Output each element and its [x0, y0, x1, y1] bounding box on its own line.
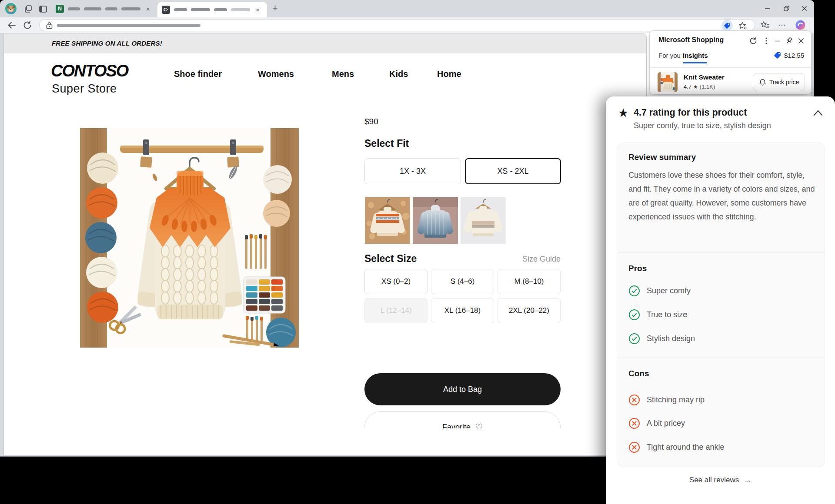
pro-item: True to size — [628, 308, 687, 322]
nav-shoe-finder[interactable]: Shoe finder — [174, 69, 222, 79]
lock-icon[interactable] — [45, 21, 53, 30]
add-favorite-icon[interactable] — [738, 21, 747, 30]
shopping-product-thumbnail[interactable] — [658, 72, 678, 92]
tab-title-placeholder — [121, 7, 140, 10]
size-label: XS (0–2) — [381, 277, 411, 286]
con-item: Tight around the ankle — [628, 440, 724, 454]
nav-home[interactable]: Home — [437, 69, 461, 79]
tab-close-icon[interactable]: × — [146, 6, 150, 12]
profile-avatar[interactable] — [5, 3, 17, 14]
window-minimize-button[interactable] — [758, 3, 776, 14]
shopping-tab-for-you[interactable]: For you — [658, 52, 681, 59]
nav-mens[interactable]: Mens — [332, 69, 354, 79]
tab-actions-icon[interactable] — [38, 4, 48, 14]
tab-title-placeholder — [231, 8, 250, 11]
product-price: $90 — [364, 117, 378, 126]
nav-womens[interactable]: Womens — [258, 69, 294, 79]
select-size-heading: Select Size — [364, 253, 417, 265]
store-page-frame: FREE SHIPPING ON ALL ORDERS! CONTOSO Sup… — [3, 33, 647, 455]
fit-option-1x-3x[interactable]: 1X - 3X — [364, 158, 461, 184]
shopping-tag-icon — [724, 22, 731, 29]
track-price-label: Track price — [769, 79, 799, 86]
size-option-2xl[interactable]: 2XL (20–22) — [498, 298, 561, 323]
arrow-right-icon: → — [743, 475, 752, 485]
x-circle-icon — [628, 441, 640, 453]
x-circle-icon — [628, 394, 640, 406]
con-item: Stitching may rip — [628, 393, 705, 407]
settings-ellipsis-icon[interactable]: … — [778, 18, 787, 27]
card-divider — [618, 358, 825, 358]
shopping-pin-icon[interactable] — [785, 36, 793, 45]
cashback-tag-icon — [774, 51, 782, 59]
fit-option-label: XS - 2XL — [497, 167, 528, 176]
shopping-close-icon[interactable] — [797, 36, 805, 45]
colorway-thumbnail-blue[interactable] — [413, 197, 458, 244]
size-label: XL (16–18) — [444, 306, 481, 315]
size-option-m[interactable]: M (8–10) — [498, 269, 561, 294]
product-hero-image — [80, 128, 299, 348]
favorites-hub-icon[interactable] — [760, 20, 770, 30]
tab-title-placeholder — [174, 8, 187, 11]
colorway-thumbnail-cream[interactable] — [461, 197, 506, 244]
workspaces-icon[interactable] — [23, 4, 33, 14]
bell-icon — [759, 79, 766, 86]
shopping-product-rating: 4.7 ★ (1.1K) — [684, 83, 715, 90]
size-label: M (8–10) — [514, 277, 544, 286]
check-circle-icon — [628, 309, 640, 321]
browser-tab-active[interactable]: C· × — [157, 2, 267, 17]
shopping-product-name: Knit Sweater — [684, 73, 725, 81]
track-price-button[interactable]: Track price — [753, 73, 805, 91]
collapse-chevron-icon[interactable] — [813, 109, 823, 117]
promo-banner: FREE SHIPPING ON ALL ORDERS! — [4, 33, 646, 53]
nav-kids[interactable]: Kids — [389, 69, 408, 79]
tab-close-icon[interactable]: × — [256, 7, 260, 13]
favorite-button[interactable]: Favorite ♡ — [364, 411, 561, 428]
select-fit-heading: Select Fit — [364, 138, 409, 149]
rating-star-icon: ★ — [693, 84, 698, 90]
size-option-xs[interactable]: XS (0–2) — [364, 269, 428, 294]
new-tab-button[interactable]: + — [272, 3, 278, 14]
con-label: Stitching may rip — [647, 395, 705, 405]
shopping-more-icon[interactable] — [762, 36, 771, 45]
pro-item: Super comfy — [628, 284, 691, 298]
size-guide-link[interactable]: Size Guide — [482, 255, 561, 264]
size-option-s[interactable]: S (4–6) — [431, 269, 494, 294]
colorway-thumbnail-fairisle[interactable] — [365, 197, 410, 244]
review-insights-panel: ★ 4.7 rating for this product Super comf… — [606, 96, 835, 504]
shopping-tag-button[interactable] — [721, 20, 733, 31]
con-item: A bit pricey — [628, 416, 685, 430]
favorite-label: Favorite — [442, 423, 471, 429]
promo-banner-text: FREE SHIPPING ON ALL ORDERS! — [52, 40, 162, 47]
review-count: (1.1K) — [700, 83, 715, 90]
brand-logo[interactable]: CONTOSO — [51, 61, 128, 80]
size-option-xl[interactable]: XL (16–18) — [431, 298, 494, 323]
cashback-amount[interactable]: $12.55 — [774, 51, 804, 59]
review-summary-card: Review summary Customers love these shoe… — [618, 143, 825, 467]
see-all-reviews-link[interactable]: See all reviews → — [606, 475, 835, 485]
shopping-panel-title: Microsoft Shopping — [658, 36, 724, 44]
window-restore-button[interactable] — [778, 3, 795, 14]
favorite-button-clipped: Favorite ♡ — [364, 411, 561, 428]
tab-title-placeholder — [214, 8, 227, 11]
x-circle-icon — [628, 418, 640, 429]
address-bar[interactable] — [39, 19, 755, 31]
window-close-button[interactable] — [795, 3, 813, 14]
brand-tagline: Super Store — [52, 82, 117, 96]
cons-heading: Cons — [628, 369, 649, 378]
add-to-bag-button[interactable]: Add to Bag — [364, 373, 561, 405]
shopping-refresh-icon[interactable] — [749, 36, 758, 45]
rating-star-icon: ★ — [618, 106, 628, 120]
shopping-minimize-icon[interactable] — [773, 36, 782, 45]
tab-title-placeholder — [84, 7, 101, 10]
panel-divider — [650, 67, 811, 68]
refresh-icon[interactable] — [23, 20, 32, 30]
con-label: A bit pricey — [647, 419, 685, 428]
see-all-label: See all reviews — [689, 476, 739, 484]
tab-strip: N × C· × + — [0, 0, 814, 17]
browser-tab-inactive[interactable]: N × — [51, 0, 156, 17]
back-icon[interactable] — [7, 20, 17, 30]
fit-option-xs-2xl[interactable]: XS - 2XL — [465, 158, 561, 184]
shopping-tab-insights[interactable]: Insights — [683, 52, 708, 59]
copilot-icon[interactable] — [795, 20, 806, 30]
review-summary-heading: Review summary — [628, 153, 696, 162]
